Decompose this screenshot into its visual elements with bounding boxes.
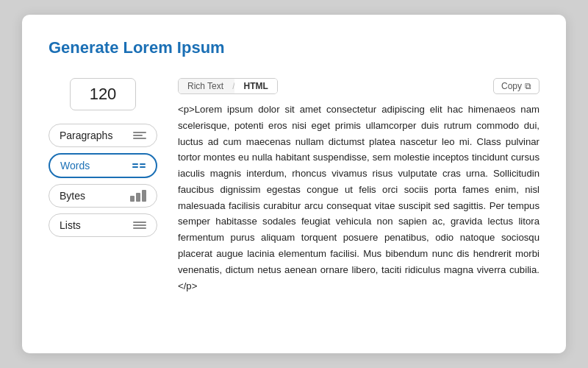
list-icon	[133, 222, 146, 229]
page-title: Generate Lorem Ipsum	[49, 38, 539, 57]
output-toolbar: Rich Text / HTML Copy ⧉	[178, 78, 539, 94]
paragraphs-button[interactable]: Paragraphs	[49, 124, 157, 147]
main-card: Generate Lorem Ipsum 120 Paragraphs Word…	[22, 15, 566, 353]
words-label: Words	[60, 160, 90, 171]
right-panel: Rich Text / HTML Copy ⧉ <p>Lorem ipsum d…	[178, 78, 539, 294]
type-buttons-group: Paragraphs Words Bytes	[49, 124, 157, 237]
copy-label: Copy	[501, 81, 522, 91]
paragraphs-label: Paragraphs	[60, 130, 112, 141]
tab-rich-text[interactable]: Rich Text	[179, 79, 232, 93]
number-input[interactable]: 120	[70, 78, 136, 110]
lists-button[interactable]: Lists	[49, 213, 157, 237]
bytes-icon	[130, 190, 146, 202]
tab-html[interactable]: HTML	[234, 79, 276, 93]
bytes-label: Bytes	[60, 190, 85, 202]
lists-label: Lists	[60, 219, 81, 231]
copy-button[interactable]: Copy ⧉	[493, 78, 539, 94]
paragraphs-icon	[133, 132, 146, 139]
main-layout: 120 Paragraphs Words Bytes	[49, 78, 539, 294]
words-button[interactable]: Words	[49, 153, 157, 178]
output-text: <p>Lorem ipsum dolor sit amet consectetu…	[178, 97, 539, 294]
bytes-button[interactable]: Bytes	[49, 184, 157, 208]
words-icon	[132, 163, 146, 168]
format-tab-group: Rich Text / HTML	[178, 78, 278, 94]
copy-icon: ⧉	[525, 81, 531, 91]
left-panel: 120 Paragraphs Words Bytes	[49, 78, 157, 294]
